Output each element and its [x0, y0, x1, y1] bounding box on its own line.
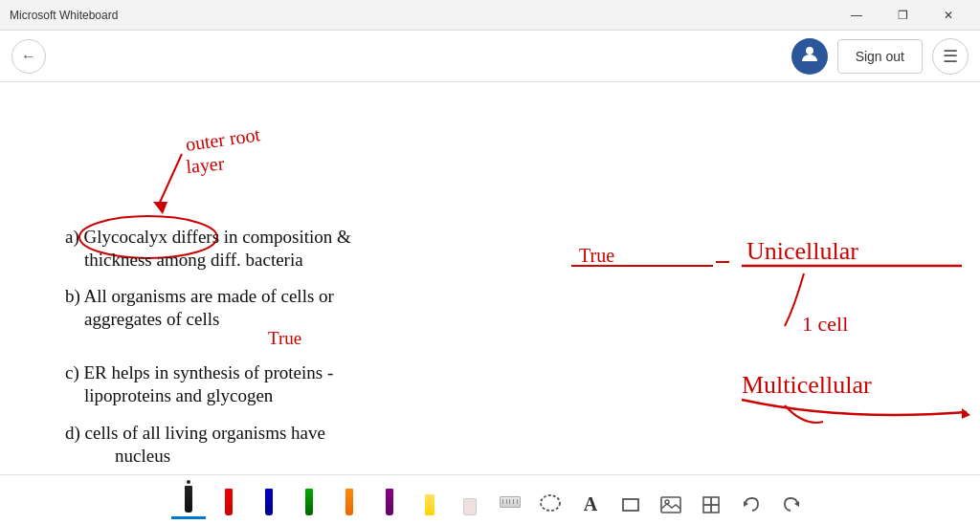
text-tool[interactable]: A	[573, 481, 608, 519]
maximize-button[interactable]: ❐	[880, 0, 924, 31]
pen-purple-tool[interactable]	[372, 481, 407, 519]
svg-text:c) ER helps in synthesis of pr: c) ER helps in synthesis of proteins -	[65, 362, 333, 383]
svg-text:outer root: outer root	[184, 123, 261, 155]
pen-orange-tool[interactable]	[332, 481, 367, 519]
minimize-button[interactable]: —	[835, 0, 879, 31]
eraser-icon	[463, 498, 477, 515]
svg-point-0	[806, 47, 813, 55]
whiteboard-svg: outer root layer a) Glycocalyx differs i…	[0, 82, 980, 474]
eraser-tool[interactable]	[453, 481, 487, 519]
pen-red-tool[interactable]	[212, 481, 246, 519]
svg-text:True: True	[268, 328, 301, 348]
svg-text:nucleus: nucleus	[115, 446, 170, 466]
shapes-tool[interactable]	[613, 481, 648, 519]
avatar-button[interactable]	[791, 38, 828, 75]
svg-text:Multicellular: Multicellular	[742, 371, 872, 399]
app-title: Microsoft Whiteboard	[10, 9, 835, 22]
pen-black-tool[interactable]	[171, 481, 206, 519]
toolbar-left: ←	[11, 39, 46, 74]
grid-tool[interactable]	[694, 481, 728, 519]
svg-rect-22	[661, 497, 680, 513]
svg-point-20	[541, 495, 560, 511]
highlighter-icon	[425, 494, 434, 515]
text-icon: A	[584, 493, 597, 515]
undo-icon	[741, 494, 762, 515]
redo-icon	[781, 494, 802, 515]
image-icon	[659, 494, 682, 515]
user-icon	[800, 44, 819, 68]
close-button[interactable]: ✕	[926, 0, 970, 31]
bottom-toolbar: A	[0, 474, 980, 524]
svg-text:b) All organisms are made of c: b) All organisms are made of cells or	[65, 286, 335, 307]
back-button[interactable]: ←	[11, 39, 46, 74]
pen-green-tool[interactable]	[292, 481, 326, 519]
grid-icon	[701, 494, 722, 515]
canvas-area[interactable]: outer root layer a) Glycocalyx differs i…	[0, 82, 980, 474]
pen-blue-icon	[265, 489, 273, 515]
pen-purple-icon	[386, 489, 393, 515]
pen-blue-tool[interactable]	[252, 481, 286, 519]
svg-text:aggregates of cells: aggregates of cells	[84, 309, 219, 329]
sign-out-button[interactable]: Sign out	[837, 39, 923, 74]
titlebar: Microsoft Whiteboard — ❐ ✕	[0, 0, 980, 31]
pen-black-icon	[185, 486, 192, 513]
redo-button[interactable]	[774, 481, 809, 519]
hamburger-icon: ☰	[943, 48, 958, 65]
svg-text:d) cells of all living organis: d) cells of all living organisms have	[65, 423, 325, 444]
lasso-tool[interactable]	[533, 481, 568, 519]
svg-text:a) Glycocalyx differs in compo: a) Glycocalyx differs in composition &	[65, 227, 351, 248]
svg-text:True: True	[579, 245, 614, 266]
svg-text:thickness among diff. bacteria: thickness among diff. bacteria	[84, 250, 303, 270]
highlighter-tool[interactable]	[412, 481, 447, 519]
lasso-icon	[538, 491, 563, 515]
pen-orange-icon	[345, 489, 353, 515]
back-icon: ←	[21, 48, 36, 65]
window-controls: — ❐ ✕	[835, 0, 970, 31]
svg-text:layer: layer	[185, 153, 225, 178]
toolbar-right: Sign out ☰	[791, 38, 969, 75]
shapes-icon	[620, 494, 641, 515]
pen-red-icon	[225, 489, 233, 515]
undo-button[interactable]	[734, 481, 768, 519]
svg-rect-21	[623, 499, 638, 511]
ruler-tool[interactable]	[493, 481, 527, 519]
menu-button[interactable]: ☰	[932, 38, 969, 75]
image-tool[interactable]	[654, 481, 688, 519]
svg-text:Unicellular: Unicellular	[746, 237, 858, 265]
svg-text:lipoproteins and glycogen: lipoproteins and glycogen	[84, 385, 274, 405]
top-toolbar: ← Sign out ☰	[0, 31, 980, 82]
pen-green-icon	[305, 489, 313, 515]
svg-text:1 cell: 1 cell	[802, 312, 848, 336]
ruler-icon	[500, 496, 521, 508]
